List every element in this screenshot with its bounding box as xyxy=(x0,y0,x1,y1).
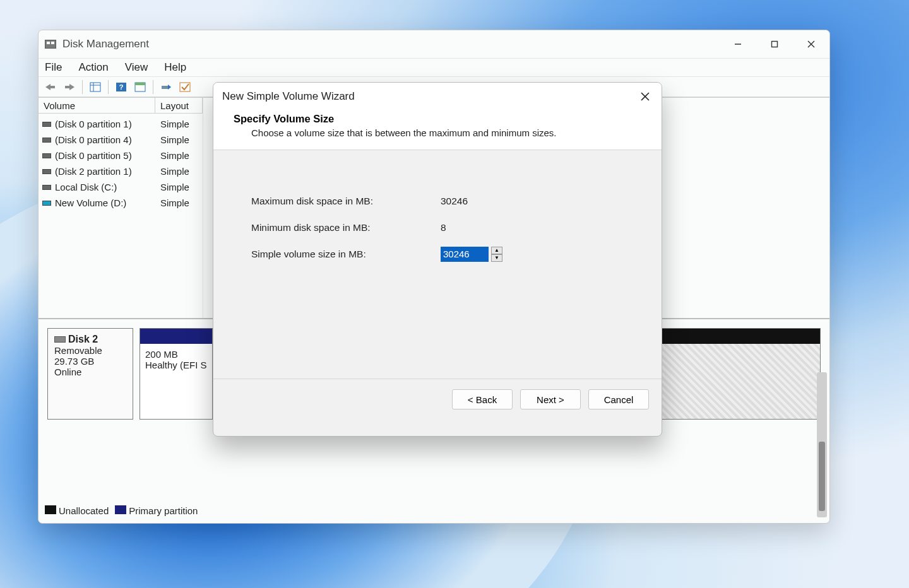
scrollbar[interactable] xyxy=(817,372,827,517)
next-button[interactable]: Next > xyxy=(520,389,581,409)
volume-icon xyxy=(42,122,51,127)
help-icon[interactable]: ? xyxy=(113,79,129,95)
svg-marker-6 xyxy=(69,84,74,90)
svg-marker-16 xyxy=(168,85,171,90)
wizard-title: New Simple Volume Wizard xyxy=(222,90,355,103)
segment-status: Healthy (EFI S xyxy=(145,360,207,370)
menu-view[interactable]: View xyxy=(125,61,148,74)
scrollbar-thumb[interactable] xyxy=(819,442,825,511)
volume-layout: Simple xyxy=(155,182,203,192)
table-row[interactable]: (Disk 0 partition 4)Simple xyxy=(39,132,203,148)
segment-size: 200 MB xyxy=(145,349,207,360)
svg-rect-5 xyxy=(50,86,55,88)
minimize-button[interactable] xyxy=(720,30,756,58)
table-row[interactable]: (Disk 0 partition 1)Simple xyxy=(39,116,203,132)
menu-bar: File Action View Help xyxy=(39,58,829,77)
volume-name: (Disk 0 partition 1) xyxy=(55,119,132,129)
window-title: Disk Management xyxy=(62,38,149,50)
back-button[interactable]: < Back xyxy=(452,389,513,409)
cancel-button[interactable]: Cancel xyxy=(588,389,649,409)
wizard-titlebar: New Simple Volume Wizard xyxy=(213,83,662,110)
legend: Unallocated Primary partition xyxy=(45,503,198,518)
maximize-button[interactable] xyxy=(756,30,793,58)
spinner-down-icon[interactable]: ▼ xyxy=(491,254,502,262)
volume-layout: Simple xyxy=(155,119,203,129)
svg-marker-4 xyxy=(45,84,50,90)
volume-icon xyxy=(42,185,51,190)
volume-icon xyxy=(42,169,51,174)
disk-type: Removable xyxy=(54,345,126,356)
col-layout[interactable]: Layout xyxy=(155,98,203,113)
new-simple-volume-wizard: New Simple Volume Wizard Specify Volume … xyxy=(213,82,662,437)
volume-layout: Simple xyxy=(155,150,203,161)
table-row[interactable]: (Disk 0 partition 5)Simple xyxy=(39,148,203,163)
table-row[interactable]: New Volume (D:)Simple xyxy=(39,195,203,211)
volume-name: Local Disk (C:) xyxy=(55,182,117,192)
menu-file[interactable]: File xyxy=(45,61,62,74)
disk-info[interactable]: Disk 2 Removable 29.73 GB Online xyxy=(47,328,133,420)
volume-size-spinner: ▲ ▼ xyxy=(441,247,567,262)
volume-layout: Simple xyxy=(155,134,203,145)
legend-swatch-unallocated xyxy=(45,505,56,514)
wizard-subheading: Choose a volume size that is between the… xyxy=(234,127,641,138)
volume-name: (Disk 0 partition 5) xyxy=(55,150,132,161)
legend-primary: Primary partition xyxy=(129,505,198,516)
detail-view-icon[interactable] xyxy=(132,79,148,95)
volume-layout: Simple xyxy=(155,197,203,208)
svg-rect-14 xyxy=(135,83,145,85)
svg-rect-7 xyxy=(65,86,69,88)
min-space-value: 8 xyxy=(441,222,567,233)
legend-unallocated: Unallocated xyxy=(59,505,109,516)
svg-text:?: ? xyxy=(119,83,124,91)
table-row[interactable]: (Disk 2 partition 1)Simple xyxy=(39,163,203,179)
disk-icon xyxy=(54,336,66,343)
volume-size-input[interactable] xyxy=(441,247,489,262)
min-space-label: Minimum disk space in MB: xyxy=(251,222,441,233)
disk-status: Online xyxy=(54,367,126,377)
volume-name: (Disk 0 partition 4) xyxy=(55,134,132,145)
wizard-heading: Specify Volume Size xyxy=(234,113,641,125)
wizard-close-button[interactable] xyxy=(629,83,662,110)
volume-layout: Simple xyxy=(155,166,203,177)
menu-action[interactable]: Action xyxy=(78,61,108,74)
volume-icon xyxy=(42,138,51,143)
svg-rect-1 xyxy=(772,42,778,47)
app-icon xyxy=(45,40,56,49)
spinner-up-icon[interactable]: ▲ xyxy=(491,247,502,254)
disk-size: 29.73 GB xyxy=(54,356,126,367)
volume-icon xyxy=(42,201,51,206)
volume-table: Volume Layout (Disk 0 partition 1)Simple… xyxy=(39,97,203,318)
partition-segment[interactable]: 200 MB Healthy (EFI S xyxy=(140,329,213,419)
table-row[interactable]: Local Disk (C:)Simple xyxy=(39,179,203,195)
volume-name: (Disk 2 partition 1) xyxy=(55,166,132,177)
back-icon[interactable] xyxy=(42,79,59,95)
max-space-value: 30246 xyxy=(441,196,567,207)
action-icon[interactable] xyxy=(158,79,174,95)
max-space-label: Maximum disk space in MB: xyxy=(251,196,441,207)
disk-label: Disk 2 xyxy=(68,334,98,344)
table-view-icon[interactable] xyxy=(87,79,104,95)
menu-help[interactable]: Help xyxy=(164,61,186,74)
volume-size-label: Simple volume size in MB: xyxy=(251,249,441,260)
svg-rect-15 xyxy=(162,86,168,89)
volume-name: New Volume (D:) xyxy=(55,197,126,208)
col-volume[interactable]: Volume xyxy=(39,98,155,113)
close-button[interactable] xyxy=(793,30,829,58)
volume-icon xyxy=(42,153,51,158)
forward-icon[interactable] xyxy=(61,79,78,95)
legend-swatch-primary xyxy=(115,505,126,514)
check-icon[interactable] xyxy=(177,79,193,95)
svg-rect-8 xyxy=(90,83,100,91)
titlebar: Disk Management xyxy=(39,30,829,58)
